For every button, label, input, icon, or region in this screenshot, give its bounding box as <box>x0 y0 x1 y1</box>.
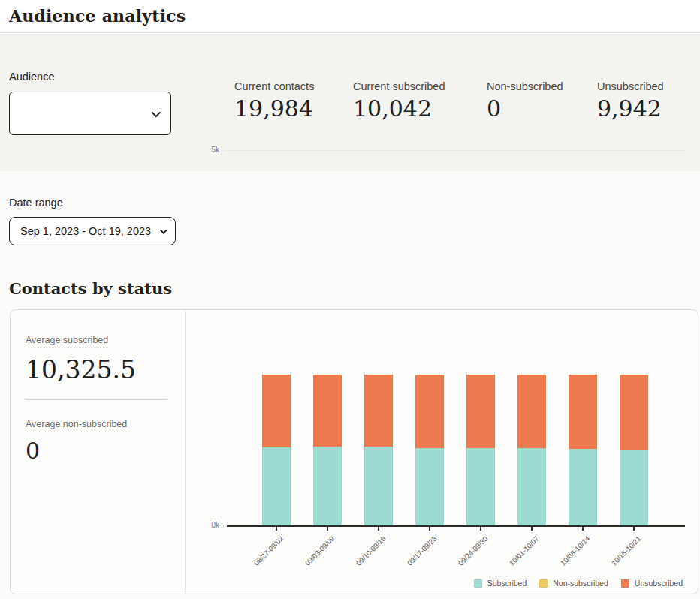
x-axis-tick-label: 09/24-09/30 <box>457 534 490 567</box>
x-axis-tick-label: 08/27-09/02 <box>252 534 285 567</box>
stat-current-subscribed: Current subscribed 10,042 <box>353 79 487 124</box>
date-range-label: Date range <box>9 197 691 209</box>
x-axis-tick <box>327 527 328 531</box>
bar-segment-subscribed[interactable] <box>262 447 291 525</box>
stat-value: 10,042 <box>353 94 487 124</box>
x-axis-tick <box>378 527 379 531</box>
date-range-value: Sep 1, 2023 - Oct 19, 2023 <box>20 225 151 237</box>
x-axis-tick-label: 10/08-10/14 <box>559 534 592 567</box>
bar-segment-subscribed[interactable] <box>415 448 444 526</box>
stat-non-subscribed: Non-subscribed 0 <box>487 79 597 124</box>
page-header: Audience analytics <box>0 0 700 33</box>
bar-segment-subscribed[interactable] <box>313 447 342 525</box>
average-non-subscribed-value: 0 <box>26 438 170 464</box>
x-axis-line <box>227 525 685 527</box>
contacts-by-status-heading: Contacts by status <box>9 279 691 298</box>
stat-value: 0 <box>487 94 597 124</box>
legend-label: Subscribed <box>487 579 527 588</box>
x-axis-tick-label: 09/10-09/16 <box>355 534 388 567</box>
bar-segment-unsubscribed[interactable] <box>569 375 597 449</box>
legend-swatch-icon <box>474 579 482 588</box>
legend-label: Unsubscribed <box>635 579 683 588</box>
legend-swatch-icon <box>621 579 629 588</box>
bar-segment-unsubscribed[interactable] <box>415 375 444 448</box>
bar-segment-subscribed[interactable] <box>569 449 597 525</box>
page-title: Audience analytics <box>9 6 691 26</box>
average-non-subscribed-label: Average non-subscribed <box>26 419 127 432</box>
x-axis-tick-label: 10/01-10/07 <box>508 534 541 567</box>
y-gridline <box>225 150 685 151</box>
y-axis-tick-label: 0k <box>186 521 219 529</box>
bar-segment-unsubscribed[interactable] <box>364 375 393 447</box>
audience-select[interactable] <box>9 92 171 135</box>
bar-segment-unsubscribed[interactable] <box>466 375 495 448</box>
legend-swatch-icon <box>539 579 548 588</box>
stat-current-contacts: Current contacts 19,984 <box>234 79 353 124</box>
y-axis-tick-label: 5k <box>186 146 219 154</box>
x-axis-tick-label: 09/17-09/23 <box>406 534 439 567</box>
audience-stats: Current contacts 19,984 Current subscrib… <box>234 79 700 124</box>
bar-segment-unsubscribed[interactable] <box>517 375 546 448</box>
chevron-down-icon <box>152 107 161 117</box>
averages-column: Average subscribed 10,325.5 Average non-… <box>11 310 186 594</box>
bar-segment-subscribed[interactable] <box>364 447 393 525</box>
average-subscribed-value: 10,325.5 <box>26 355 170 384</box>
legend-item-subscribed[interactable]: Subscribed <box>474 579 527 588</box>
chart-legend: SubscribedNon-subscribedUnsubscribed <box>474 579 683 588</box>
legend-item-non-subscribed[interactable]: Non-subscribed <box>539 579 608 588</box>
x-axis-tick <box>633 527 635 531</box>
x-axis-tick <box>429 527 430 531</box>
contacts-by-status-chart: 0k5k10k15k20k25k08/27-09/0209/03-09/0909… <box>186 310 698 594</box>
stat-value: 9,942 <box>597 94 700 124</box>
legend-item-unsubscribed[interactable]: Unsubscribed <box>621 579 683 588</box>
bar-segment-subscribed[interactable] <box>466 448 495 525</box>
stat-value: 19,984 <box>234 94 353 124</box>
x-axis-tick <box>582 527 584 531</box>
bar-segment-unsubscribed[interactable] <box>620 375 648 450</box>
divider <box>26 399 167 400</box>
stat-label: Current contacts <box>234 79 353 94</box>
date-range-button[interactable]: Sep 1, 2023 - Oct 19, 2023 <box>9 217 176 245</box>
bar-segment-subscribed[interactable] <box>620 450 648 526</box>
x-axis-tick <box>480 527 481 531</box>
audience-label: Audience <box>9 71 54 83</box>
bar-segment-unsubscribed[interactable] <box>313 375 342 447</box>
main-content: Date range Sep 1, 2023 - Oct 19, 2023 Co… <box>0 197 700 594</box>
legend-label: Non-subscribed <box>553 579 608 588</box>
stat-label: Current subscribed <box>353 79 487 94</box>
x-axis-tick <box>276 527 277 531</box>
bar-segment-subscribed[interactable] <box>517 448 546 526</box>
stat-label: Non-subscribed <box>487 79 597 94</box>
chevron-down-icon <box>160 227 167 234</box>
x-axis-tick-label: 10/15-10/21 <box>610 534 643 567</box>
bar-segment-unsubscribed[interactable] <box>262 375 291 447</box>
stat-unsubscribed: Unsubscribed 9,942 <box>597 79 700 124</box>
contacts-by-status-panel: Average subscribed 10,325.5 Average non-… <box>10 309 698 594</box>
stat-label: Unsubscribed <box>597 79 700 94</box>
x-axis-tick <box>531 527 533 531</box>
x-axis-tick-label: 09/03-09/09 <box>303 534 336 567</box>
average-subscribed-label: Average subscribed <box>26 335 108 348</box>
